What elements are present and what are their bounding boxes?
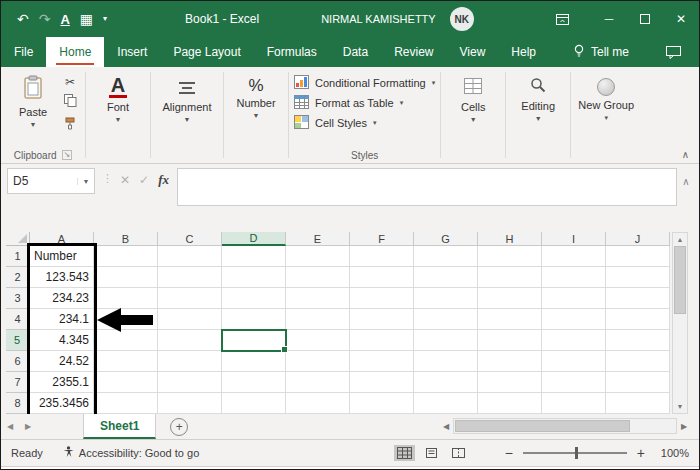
cell-J3[interactable] (606, 288, 670, 309)
column-header-J[interactable]: J (606, 232, 670, 246)
cell-C4[interactable] (158, 309, 222, 330)
row-header-8[interactable]: 8 (6, 393, 30, 414)
cell-G1[interactable] (414, 246, 478, 267)
zoom-in-icon[interactable]: + (637, 446, 645, 460)
ribbon-display-options-icon[interactable] (556, 14, 569, 25)
column-header-E[interactable]: E (286, 232, 350, 246)
cell-J5[interactable] (606, 330, 670, 351)
editing-button[interactable]: Editing ▼ (511, 70, 565, 122)
select-all-button[interactable] (6, 232, 30, 246)
cell-G6[interactable] (414, 351, 478, 372)
format-painter-icon[interactable] (64, 116, 76, 134)
cell-E3[interactable] (286, 288, 350, 309)
cell-G4[interactable] (414, 309, 478, 330)
cell-A5[interactable]: 4.345 (30, 330, 94, 351)
cell-G7[interactable] (414, 372, 478, 393)
cell-C3[interactable] (158, 288, 222, 309)
sheet-nav-next-icon[interactable]: ▶ (19, 414, 37, 439)
cell-G8[interactable] (414, 393, 478, 414)
fill-handle[interactable] (281, 346, 288, 353)
cell-F6[interactable] (350, 351, 414, 372)
collapse-ribbon-icon[interactable]: ∧ (682, 149, 689, 160)
zoom-slider-thumb[interactable] (575, 447, 578, 459)
paste-button[interactable]: Paste ▼ (6, 70, 60, 128)
cell-J4[interactable] (606, 309, 670, 330)
cell-I1[interactable] (542, 246, 606, 267)
cut-icon[interactable]: ✂ (65, 76, 75, 88)
row-header-7[interactable]: 7 (6, 372, 30, 393)
alignment-button[interactable]: Alignment ▼ (156, 70, 218, 123)
page-layout-view-icon[interactable] (421, 445, 442, 461)
cell-F4[interactable] (350, 309, 414, 330)
cell-F1[interactable] (350, 246, 414, 267)
cell-B5[interactable] (94, 330, 158, 351)
minimize-button[interactable]: ─ (591, 1, 627, 37)
cell-J1[interactable] (606, 246, 670, 267)
sheet-nav-previous-icon[interactable]: ◀ (1, 414, 19, 439)
close-button[interactable]: ✕ (663, 1, 699, 37)
cancel-icon[interactable]: ✕ (120, 173, 130, 187)
cell-E6[interactable] (286, 351, 350, 372)
row-header-2[interactable]: 2 (6, 267, 30, 288)
tab-review[interactable]: Review (381, 37, 446, 67)
cell-E2[interactable] (286, 267, 350, 288)
column-header-H[interactable]: H (478, 232, 542, 246)
enter-icon[interactable]: ✓ (139, 173, 149, 187)
row-header-1[interactable]: 1 (6, 246, 30, 267)
accessibility-status[interactable]: Accessibility: Good to go (63, 446, 199, 460)
cell-D8[interactable] (222, 393, 286, 414)
tell-me-button[interactable]: Tell me (563, 37, 639, 67)
row-header-3[interactable]: 3 (6, 288, 30, 309)
undo-icon[interactable]: ↶ (17, 12, 29, 26)
cell-E1[interactable] (286, 246, 350, 267)
insert-function-icon[interactable]: fx (158, 172, 169, 188)
cell-H6[interactable] (478, 351, 542, 372)
cell-I3[interactable] (542, 288, 606, 309)
cell-G2[interactable] (414, 267, 478, 288)
maximize-button[interactable] (627, 1, 663, 37)
scroll-left-icon[interactable]: ◀ (439, 422, 453, 431)
cell-E4[interactable] (286, 309, 350, 330)
copy-icon[interactable] (64, 93, 77, 111)
column-header-A[interactable]: A (30, 232, 94, 246)
cell-J8[interactable] (606, 393, 670, 414)
cell-A2[interactable]: 123.543 (30, 267, 94, 288)
column-header-I[interactable]: I (542, 232, 606, 246)
cell-E5[interactable] (286, 330, 350, 351)
cell-J2[interactable] (606, 267, 670, 288)
scroll-up-icon[interactable]: ▲ (677, 233, 684, 246)
vertical-scroll-thumb[interactable] (674, 246, 686, 314)
number-button[interactable]: % Number ▼ (229, 70, 283, 119)
normal-view-icon[interactable] (394, 445, 415, 461)
new-group-button[interactable]: New Group ▾ (576, 70, 636, 121)
cell-E7[interactable] (286, 372, 350, 393)
cell-A4[interactable]: 234.1 (30, 309, 94, 330)
cell-G5[interactable] (414, 330, 478, 351)
cell-H2[interactable] (478, 267, 542, 288)
customize-qat-icon[interactable]: ▾ (103, 15, 107, 23)
row-header-6[interactable]: 6 (6, 351, 30, 372)
scroll-right-icon[interactable]: ▶ (677, 422, 691, 431)
cell-F2[interactable] (350, 267, 414, 288)
cell-F5[interactable] (350, 330, 414, 351)
tab-insert[interactable]: Insert (104, 37, 160, 67)
underline-icon[interactable]: A (60, 13, 69, 26)
cell-F7[interactable] (350, 372, 414, 393)
tab-data[interactable]: Data (330, 37, 381, 67)
cell-A8[interactable]: 235.3456 (30, 393, 94, 414)
tab-formulas[interactable]: Formulas (254, 37, 330, 67)
cell-J7[interactable] (606, 372, 670, 393)
column-header-F[interactable]: F (350, 232, 414, 246)
format-as-table-button[interactable]: Format as Table ▾ (294, 94, 435, 111)
cell-C6[interactable] (158, 351, 222, 372)
cell-A1[interactable]: Number (30, 246, 94, 267)
name-box[interactable]: D5 ▼ (7, 168, 95, 194)
cell-A7[interactable]: 2355.1 (30, 372, 94, 393)
horizontal-scrollbar[interactable]: ◀ ▶ (439, 418, 691, 434)
add-sheet-button[interactable]: + (170, 418, 188, 436)
conditional-formatting-button[interactable]: Conditional Formatting ▾ (294, 74, 435, 91)
cell-B1[interactable] (94, 246, 158, 267)
cell-F8[interactable] (350, 393, 414, 414)
cell-I6[interactable] (542, 351, 606, 372)
cell-I2[interactable] (542, 267, 606, 288)
